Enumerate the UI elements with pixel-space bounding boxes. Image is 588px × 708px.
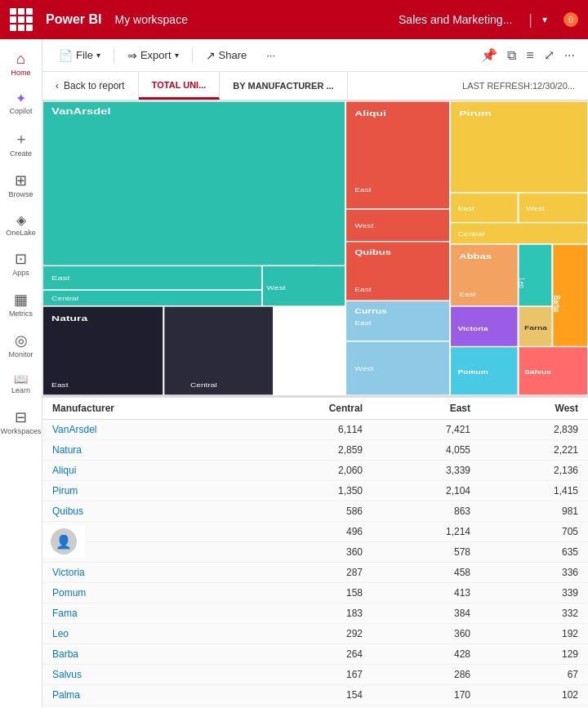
- svg-text:Farna: Farna: [524, 325, 547, 332]
- svg-rect-10: [163, 306, 274, 395]
- sidebar-item-metrics-label: Metrics: [9, 310, 33, 318]
- sidebar-item-onelake-label: OneLake: [6, 229, 36, 238]
- metrics-icon: ▦: [14, 291, 28, 309]
- chart-area: VanArsdel East Central West Natura East …: [42, 101, 588, 395]
- table-row[interactable]: Victoria 287 458 336: [42, 563, 588, 583]
- table-row[interactable]: Aliqui 2,060 3,339 2,136: [42, 461, 588, 481]
- last-refresh: LAST REFRESH:12/30/20...: [449, 72, 588, 100]
- table-row[interactable]: Salvus 167 286 67: [42, 665, 588, 685]
- svg-text:Salvus: Salvus: [524, 368, 551, 375]
- svg-text:West: West: [289, 382, 309, 389]
- table-area: 👤 Manufacturer Central East West VanArsd…: [42, 395, 588, 708]
- svg-text:East: East: [457, 206, 474, 212]
- cell-west: 332: [480, 603, 588, 624]
- svg-text:Aliqui: Aliqui: [354, 109, 386, 118]
- filter-icon[interactable]: ≡: [523, 45, 537, 66]
- file-chevron-icon: ▾: [96, 51, 100, 60]
- cell-central: 2,060: [242, 461, 372, 481]
- table-row[interactable]: Leo 292 360 192: [42, 624, 588, 644]
- cell-east: 4,055: [372, 440, 480, 461]
- title-chevron-icon[interactable]: ▾: [542, 14, 547, 25]
- more-button[interactable]: ···: [260, 46, 282, 65]
- cell-central: 2,859: [242, 440, 372, 461]
- cell-east: 7,421: [372, 420, 480, 440]
- cell-west: 981: [480, 501, 588, 522]
- pin-icon[interactable]: 📌: [478, 44, 501, 66]
- share-icon: ↗: [206, 49, 216, 62]
- sidebar-item-monitor[interactable]: ◎ Monitor: [2, 327, 41, 364]
- workspace-label[interactable]: My workspace: [114, 13, 187, 26]
- svg-text:Central: Central: [190, 382, 217, 389]
- tab-total-units[interactable]: TOTAL UNI...: [139, 72, 220, 100]
- apps-icon: ⊡: [15, 250, 27, 268]
- learn-icon: 📖: [14, 372, 28, 385]
- svg-text:Quibus: Quibus: [354, 248, 391, 256]
- copy-icon[interactable]: ⧉: [504, 45, 519, 66]
- sidebar-item-browse[interactable]: ⊞ Browse: [2, 167, 41, 204]
- cell-manufacturer: VanArsdel: [42, 420, 242, 440]
- table-row[interactable]: Natura 2,859 4,055 2,221: [42, 440, 588, 461]
- notification-badge[interactable]: 0: [564, 12, 578, 27]
- more-icon: ···: [266, 49, 275, 61]
- table-row[interactable]: Pirum 1,350 2,104 1,415: [42, 481, 588, 501]
- svg-text:East: East: [51, 382, 69, 389]
- export-icon: ⇒: [127, 49, 137, 62]
- sidebar-item-onelake[interactable]: ◈ OneLake: [2, 207, 41, 243]
- table-row[interactable]: Fama 183 384 332: [42, 603, 588, 624]
- svg-text:West: West: [526, 206, 546, 212]
- toolbar-actions: 📌 ⧉ ≡ ⤢ ···: [478, 44, 578, 66]
- table-row[interactable]: Quibus 586 863 981: [42, 501, 588, 522]
- sidebar-item-apps[interactable]: ⊡ Apps: [2, 245, 41, 283]
- copilot-icon: ✦: [16, 91, 26, 106]
- cell-central: 496: [242, 522, 372, 542]
- cell-central: 158: [242, 583, 372, 603]
- svg-text:East: East: [51, 274, 70, 282]
- cell-west: 705: [480, 522, 588, 542]
- cell-manufacturer: Victoria: [42, 563, 242, 583]
- file-icon: 📄: [59, 49, 73, 62]
- export-button[interactable]: ⇒ Export ▾: [121, 46, 185, 65]
- sidebar-item-copilot[interactable]: ✦ Copilot: [2, 86, 41, 121]
- file-button[interactable]: 📄 File ▾: [52, 46, 107, 65]
- table-row[interactable]: Currus 496 1,214 705: [42, 522, 588, 542]
- cell-central: 287: [242, 563, 372, 583]
- table-row[interactable]: VanArsdel 6,114 7,421 2,839: [42, 420, 588, 440]
- user-avatar[interactable]: 👤: [51, 528, 77, 554]
- sidebar-item-workspaces[interactable]: ⊟ Workspaces: [2, 403, 41, 441]
- treemap-chart[interactable]: VanArsdel East Central West Natura East …: [42, 101, 588, 395]
- svg-text:Central: Central: [51, 296, 78, 302]
- sidebar-item-apps-label: Apps: [12, 269, 29, 278]
- cell-east: 286: [372, 665, 480, 685]
- cell-east: 2,104: [372, 481, 480, 501]
- app-logo: Power BI: [46, 12, 101, 27]
- cell-manufacturer: Leo: [42, 624, 242, 644]
- share-button[interactable]: ↗ Share: [199, 46, 254, 65]
- focus-icon[interactable]: ⤢: [541, 44, 558, 66]
- cell-west: 1,415: [480, 481, 588, 501]
- cell-east: 458: [372, 563, 480, 583]
- cell-central: 6,114: [242, 420, 372, 440]
- sidebar-item-create[interactable]: ＋ Create: [2, 124, 41, 163]
- table-row[interactable]: Abbas 360 578 635: [42, 542, 588, 563]
- back-to-report-button[interactable]: ‹ Back to report: [42, 72, 139, 100]
- table-row[interactable]: Barba 264 428 129: [42, 644, 588, 665]
- sidebar-item-create-label: Create: [10, 150, 32, 158]
- cell-west: 336: [480, 563, 588, 583]
- col-east: East: [372, 398, 480, 420]
- cell-central: 183: [242, 603, 372, 624]
- svg-text:Leo: Leo: [517, 278, 527, 288]
- ellipsis-icon[interactable]: ···: [561, 45, 578, 66]
- table-row[interactable]: Palma 154 170 102: [42, 685, 588, 706]
- table-row[interactable]: Pomum 158 413 339: [42, 583, 588, 603]
- share-label: Share: [219, 49, 247, 61]
- svg-text:East: East: [354, 320, 372, 327]
- svg-text:Central: Central: [457, 231, 484, 238]
- sidebar-item-learn[interactable]: 📖 Learn: [2, 367, 41, 400]
- data-table: Manufacturer Central East West VanArsdel…: [42, 398, 588, 706]
- sidebar-item-metrics[interactable]: ▦ Metrics: [2, 286, 41, 323]
- tab-by-manufacturer[interactable]: BY MANUFACTURER ...: [220, 72, 347, 100]
- sidebar-item-home[interactable]: ⌂ Home: [2, 46, 41, 82]
- cell-manufacturer: Quibus: [42, 501, 242, 522]
- cell-east: 360: [372, 624, 480, 644]
- grid-icon: [10, 8, 33, 31]
